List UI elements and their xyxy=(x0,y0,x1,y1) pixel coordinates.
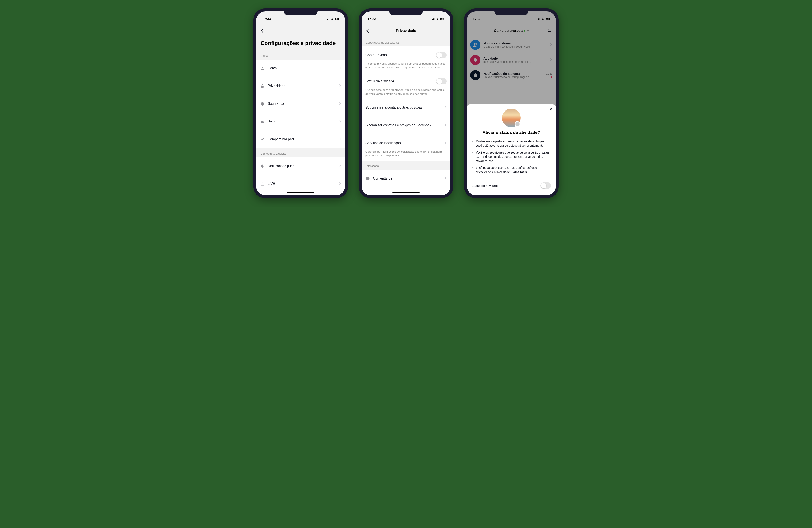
activity-status-desc: Quando essa opção for ativada, você e os… xyxy=(362,88,450,99)
learn-more-link[interactable]: Saiba mais xyxy=(511,170,527,174)
chevron-right-icon xyxy=(445,123,447,127)
row-label: Sincronizar contatos e amigos do Faceboo… xyxy=(365,123,441,127)
row-label: Conta Privada xyxy=(365,53,433,58)
section-interactions: Interações xyxy=(362,161,450,170)
row-label: Comentários xyxy=(373,176,441,181)
chevron-right-icon xyxy=(445,194,447,195)
row-sync-contacts[interactable]: Sincronizar contatos e amigos do Faceboo… xyxy=(362,117,450,134)
row-label: Saldo xyxy=(268,119,336,124)
battery-icon: 48 xyxy=(335,17,339,20)
svg-rect-1 xyxy=(261,86,264,88)
svg-rect-3 xyxy=(263,121,264,122)
row-private-account: Conta Privada xyxy=(362,46,450,64)
status-time: 17:33 xyxy=(367,17,406,21)
row-label: Privacidade xyxy=(268,84,336,88)
signal-icon xyxy=(431,18,435,20)
location-desc: Gerencie as informações de localização q… xyxy=(362,150,450,161)
notch xyxy=(389,9,423,15)
row-account[interactable]: Conta xyxy=(256,60,345,77)
at-icon xyxy=(365,194,370,195)
list-account: Conta Privacidade Segurança Saldo xyxy=(256,60,345,148)
comment-icon xyxy=(365,176,370,181)
row-push-notifications[interactable]: Notificações push xyxy=(256,157,345,175)
row-location-services[interactable]: Serviços de localização xyxy=(362,134,450,152)
activity-status-toggle[interactable] xyxy=(436,78,447,85)
activity-status-sheet: ✕ Ativar o status da atividade? Mostre a… xyxy=(467,104,556,195)
chevron-right-icon xyxy=(339,164,341,168)
page-title: Configurações e privacidade xyxy=(256,37,345,50)
status-dot xyxy=(515,121,520,127)
section-account-header: Conta xyxy=(256,50,345,60)
section-discoverability: Capacidade de descoberta xyxy=(362,37,450,46)
lock-icon xyxy=(260,84,265,89)
signal-icon xyxy=(326,18,330,20)
chevron-right-icon xyxy=(339,84,341,88)
row-label: Status de atividade xyxy=(365,79,433,84)
battery-icon: 48 xyxy=(440,17,445,20)
svg-point-0 xyxy=(262,67,263,69)
shield-icon xyxy=(260,102,265,106)
row-label: LIVE xyxy=(268,182,336,186)
svg-rect-4 xyxy=(261,183,264,185)
row-label: Conta xyxy=(268,66,336,71)
phone-frame-inbox: 17:33 48 Caixa de entrada xyxy=(464,9,559,198)
row-security[interactable]: Segurança xyxy=(256,95,345,113)
sheet-bullets: Mostre aos seguidores que você segue de … xyxy=(467,138,556,176)
home-indicator[interactable] xyxy=(287,192,315,194)
chevron-right-icon xyxy=(339,102,341,106)
share-icon xyxy=(260,137,265,142)
notch xyxy=(284,9,318,15)
row-activity-status: Status de atividade xyxy=(362,73,450,90)
row-mentions[interactable]: Menções e marcações xyxy=(362,187,450,195)
wifi-icon xyxy=(436,18,439,20)
back-button[interactable] xyxy=(260,28,265,33)
private-account-toggle[interactable] xyxy=(436,52,447,58)
chevron-right-icon xyxy=(445,106,447,110)
nav-title: Privacidade xyxy=(362,29,450,33)
row-live[interactable]: LIVE xyxy=(256,175,345,193)
list-discoverability: Conta Privada Na conta privada, apenas u… xyxy=(362,46,450,161)
row-suggest-account[interactable]: Sugerir minha conta a outras pessoas xyxy=(362,99,450,117)
row-label: Sugerir minha conta a outras pessoas xyxy=(365,105,441,110)
privacy-scroll[interactable]: Capacidade de descoberta Conta Privada N… xyxy=(362,37,450,195)
status-icons: 48 xyxy=(301,17,339,20)
sheet-toggle-label: Status de atividade xyxy=(472,184,498,187)
row-label: Compartilhar perfil xyxy=(268,137,336,141)
status-time: 17:33 xyxy=(262,17,301,21)
row-balance[interactable]: Saldo xyxy=(256,113,345,131)
row-label: Segurança xyxy=(268,102,336,106)
settings-scroll[interactable]: Configurações e privacidade Conta Conta … xyxy=(256,37,345,195)
back-button[interactable] xyxy=(365,28,370,33)
sheet-toggle-row: Status de atividade xyxy=(467,179,556,189)
tv-icon xyxy=(260,182,265,186)
sheet-activity-toggle[interactable] xyxy=(540,182,551,189)
notch xyxy=(494,9,528,15)
avatar xyxy=(502,108,521,127)
chevron-right-icon xyxy=(445,141,447,145)
screen: 17:33 48 Privacidade Capacidade de desco… xyxy=(362,11,450,195)
chevron-right-icon xyxy=(339,120,341,123)
bullet-text: Você pode gerenciar isso nas Configuraçõ… xyxy=(476,166,537,174)
list-interactions: Comentários Menções e marcações Mensagen… xyxy=(362,170,450,195)
row-share-profile[interactable]: Compartilhar perfil xyxy=(256,131,345,148)
row-comments[interactable]: Comentários xyxy=(362,170,450,187)
chevron-right-icon xyxy=(339,137,341,141)
chevron-right-icon xyxy=(339,182,341,186)
bell-icon xyxy=(260,164,265,168)
wallet-icon xyxy=(260,119,265,124)
private-account-desc: Na conta privada, apenas usuários aprova… xyxy=(362,62,450,73)
wifi-icon xyxy=(331,18,334,20)
phone-frame-settings: 17:33 48 Configurações e privacidade Con… xyxy=(253,9,348,198)
home-indicator[interactable] xyxy=(392,192,420,194)
chevron-right-icon xyxy=(445,177,447,180)
sheet-avatar-wrap xyxy=(467,108,556,127)
bullet-item: Você e os seguidores que segue de volta … xyxy=(473,149,550,165)
nav-header xyxy=(256,25,345,37)
row-privacy[interactable]: Privacidade xyxy=(256,77,345,95)
screen: 17:33 48 Configurações e privacidade Con… xyxy=(256,11,345,195)
chevron-right-icon xyxy=(339,66,341,70)
nav-header: Privacidade xyxy=(362,25,450,37)
row-label: Menções e marcações xyxy=(373,194,441,195)
list-content: Notificações push LIVE Reprodução A Idio… xyxy=(256,157,345,195)
row-label: Serviços de localização xyxy=(365,141,441,145)
